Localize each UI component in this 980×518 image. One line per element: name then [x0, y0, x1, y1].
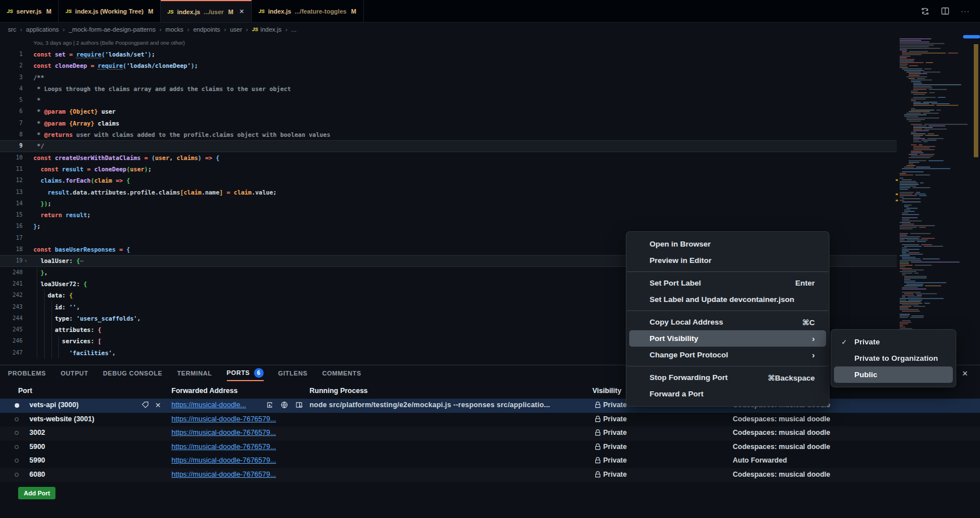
breadcrumb-item[interactable]: _mock-form-ae-design-patterns: [68, 26, 155, 33]
port-row[interactable]: 6080https://musical-doodle-7676579...Pri…: [0, 468, 980, 482]
origin-value: Codespaces: musical doodle: [733, 429, 830, 437]
add-port-button[interactable]: Add Port: [18, 487, 55, 499]
port-row[interactable]: 5990https://musical-doodle-7676579...Pri…: [0, 454, 980, 468]
tag-icon[interactable]: [141, 401, 149, 411]
forwarded-address-link[interactable]: https://musical-doodle...: [171, 401, 246, 409]
line-number: 9: [0, 140, 23, 152]
menu-item-stop-forwarding-port[interactable]: Stop Forwarding Port⌘Backspace: [629, 369, 826, 386]
code-line[interactable]: 15 return result;: [0, 209, 897, 221]
open-changes-icon[interactable]: [921, 7, 930, 16]
scrollbar-indicator[interactable]: [963, 35, 980, 38]
panel-tab-ports[interactable]: PORTS6: [227, 365, 264, 381]
code-line[interactable]: 13 result.data.attributes.profile.claims…: [0, 187, 897, 198]
panel-tab-label: GITLENS: [278, 370, 308, 377]
fold-chevron-icon[interactable]: ›: [25, 255, 27, 266]
visibility-value: Private: [603, 401, 627, 409]
lock-icon: [594, 456, 601, 466]
submenu-item-private-to-organization[interactable]: Private to Organization: [834, 350, 953, 366]
code-editor[interactable]: You, 3 days ago | 2 authors (Belle Poopo…: [0, 35, 980, 365]
open-in-browser-icon[interactable]: [281, 401, 288, 411]
code-line[interactable]: 7 * @param {Array} claims: [0, 118, 897, 129]
menu-item-copy-local-address[interactable]: Copy Local Address⌘C: [629, 314, 826, 330]
close-panel-icon[interactable]: ✕: [962, 369, 968, 378]
preview-in-editor-icon[interactable]: [295, 401, 303, 411]
port-status-indicator: [15, 403, 19, 408]
menu-item-set-port-label[interactable]: Set Port LabelEnter: [629, 275, 826, 291]
menu-item-port-visibility[interactable]: Port Visibility›: [629, 330, 826, 347]
code-line[interactable]: 14 });: [0, 198, 897, 209]
tab-index-js[interactable]: JSindex.js .../userM✕: [161, 0, 252, 22]
port-row[interactable]: vets-api (3000)✕https://musical-doodle..…: [0, 399, 980, 413]
lock-icon: [594, 429, 601, 438]
breadcrumb-item[interactable]: ...: [291, 26, 296, 33]
line-number: 246: [0, 335, 23, 347]
code-line[interactable]: 2const cloneDeep = require('lodash/clone…: [0, 60, 897, 71]
code-line[interactable]: 8 * @returns user with claims added to t…: [0, 129, 897, 140]
submenu-arrow-icon: ›: [795, 336, 815, 342]
tab-server-js[interactable]: JSserver.jsM: [0, 0, 59, 22]
minimap[interactable]: [899, 36, 972, 333]
copy-local-address-icon[interactable]: [266, 401, 273, 411]
menu-item-forward-a-port[interactable]: Forward a Port: [629, 386, 826, 402]
breadcrumb-label: mocks: [165, 26, 183, 33]
minimap-marker: [896, 200, 898, 201]
breadcrumb: src›applications›_mock-form-ae-design-pa…: [8, 24, 296, 35]
menu-shortcut: ⌘Backspace: [751, 373, 815, 382]
code-line[interactable]: 6 * @param {Object} user: [0, 106, 897, 117]
modified-badge: M: [46, 8, 51, 15]
submenu-arrow-icon: ›: [795, 352, 815, 358]
stop-forwarding-icon[interactable]: ✕: [155, 401, 161, 409]
code-line[interactable]: 3/**: [0, 72, 897, 83]
panel-tab-problems[interactable]: PROBLEMS: [8, 365, 46, 381]
code-line[interactable]: 12 claims.forEach(claim => {: [0, 175, 897, 186]
menu-item-label: Set Port Label: [650, 279, 701, 287]
menu-separator: [627, 310, 828, 311]
code-line[interactable]: 10const createUserWithDataClaims = (user…: [0, 152, 897, 163]
tab-index-js[interactable]: JSindex.js .../feature-togglesM: [252, 0, 364, 22]
forwarded-address-link[interactable]: https://musical-doodle-7676579...: [171, 429, 276, 437]
code-line[interactable]: 5 *: [0, 94, 897, 106]
panel-tab-terminal[interactable]: TERMINAL: [177, 365, 212, 381]
menu-item-label: Preview in Editor: [650, 256, 712, 265]
editor-tab-bar: JSserver.jsMJSindex.js (Working Tree)MJS…: [0, 0, 980, 23]
code-text: * @param {Object} user: [33, 106, 897, 117]
submenu-item-private[interactable]: ✓Private: [834, 334, 953, 350]
code-text: claims.forEach(claim => {: [33, 175, 897, 186]
breadcrumb-item[interactable]: mocks: [165, 26, 183, 33]
menu-item-open-in-browser[interactable]: Open in Browser: [629, 236, 826, 252]
more-actions-icon[interactable]: ···: [961, 7, 970, 15]
split-editor-icon[interactable]: [941, 7, 949, 15]
panel-tab-debug-console[interactable]: DEBUG CONSOLE: [103, 365, 162, 381]
breadcrumb-item[interactable]: applications: [26, 26, 59, 33]
panel-tab-comments[interactable]: COMMENTS: [322, 365, 361, 381]
minimap-marker: [896, 179, 898, 181]
port-row[interactable]: vets-website (3001)https://musical-doodl…: [0, 413, 980, 427]
breadcrumb-separator: ›: [246, 27, 248, 33]
menu-shortcut: Enter: [778, 279, 815, 287]
forwarded-address-link[interactable]: https://musical-doodle-7676579...: [171, 470, 276, 478]
port-row[interactable]: 3002https://musical-doodle-7676579...Pri…: [0, 426, 980, 441]
forwarded-address-link[interactable]: https://musical-doodle-7676579...: [171, 456, 276, 464]
panel-tab-output[interactable]: OUTPUT: [61, 365, 88, 381]
panel-tab-gitlens[interactable]: GITLENS: [278, 365, 308, 381]
code-line[interactable]: 11 const result = cloneDeep(user);: [0, 163, 897, 175]
code-line[interactable]: 9 */: [0, 140, 897, 152]
menu-item-set-label-and-update-devcontainer.json[interactable]: Set Label and Update devcontainer.json: [629, 291, 826, 308]
menu-item-preview-in-editor[interactable]: Preview in Editor: [629, 252, 826, 269]
port-visibility-submenu: ✓PrivatePrivate to OrganizationPublic: [831, 329, 956, 387]
breadcrumb-item[interactable]: JSindex.js: [252, 26, 281, 33]
submenu-item-public[interactable]: Public: [834, 366, 953, 383]
code-line[interactable]: 4 * Loops through the claims array and a…: [0, 83, 897, 94]
forwarded-address-link[interactable]: https://musical-doodle-7676579...: [171, 415, 276, 423]
breadcrumb-item[interactable]: endpoints: [193, 26, 220, 33]
visibility-value: Private: [603, 415, 627, 423]
tab-index-js-working-tree-[interactable]: JSindex.js (Working Tree)M: [59, 0, 161, 22]
menu-item-change-port-protocol[interactable]: Change Port Protocol›: [629, 347, 826, 363]
close-tab-icon[interactable]: ✕: [239, 8, 244, 15]
port-row[interactable]: 5900https://musical-doodle-7676579...Pri…: [0, 441, 980, 455]
code-line[interactable]: 16};: [0, 221, 897, 232]
breadcrumb-item[interactable]: user: [230, 26, 242, 33]
breadcrumb-item[interactable]: src: [8, 26, 16, 33]
forwarded-address-link[interactable]: https://musical-doodle-7676579...: [171, 443, 276, 451]
code-line[interactable]: 1const set = require('lodash/set');: [0, 49, 897, 60]
